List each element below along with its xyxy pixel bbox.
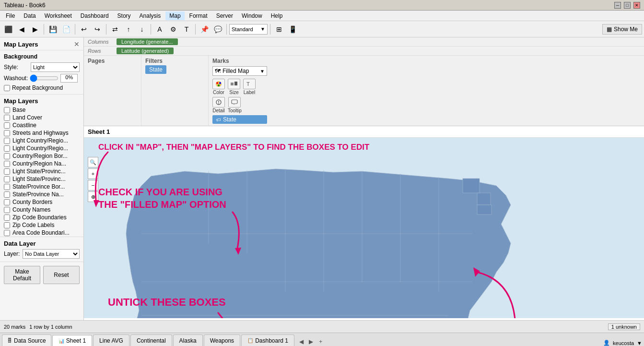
map-container[interactable]: 🔍 + − ⊕ [84,138,644,318]
new-btn[interactable]: ⬛ [2,23,14,36]
make-default-btn[interactable]: Make Default [4,266,40,284]
pan-btn[interactable]: ⊕ [88,191,98,202]
layer-item-zcl[interactable]: Zip Code Labels [0,221,83,229]
caption-btn[interactable]: 💬 [211,23,224,36]
menu-dashboard[interactable]: Dashboard [77,12,113,20]
longitude-pill[interactable]: Longitude (generate... [117,38,178,45]
tab-dashboard1[interactable]: 📋 Dashboard 1 [241,334,294,346]
save-btn[interactable]: 💾 [47,23,59,36]
maximize-btn[interactable]: □ [624,2,631,9]
layer-item-zcb[interactable]: Zip Code Boundaries [0,214,83,221]
minimize-btn[interactable]: ─ [614,2,621,9]
layer-checkbox-crb[interactable] [4,153,10,159]
layer-checkbox-zcb[interactable] [4,215,10,221]
layer-checkbox-streets[interactable] [4,130,10,136]
redo-btn[interactable]: ↪ [91,23,104,36]
layer-item-crb[interactable]: Country/Region Bor... [0,152,83,160]
back-btn[interactable]: ◀ [15,23,28,36]
layer-item-landcover[interactable]: Land Cover [0,114,83,121]
tab-prev-btn[interactable]: ◀ [297,337,306,346]
group-btn[interactable]: ⚙ [167,23,179,36]
tab-add-btn[interactable]: + [316,337,325,346]
forward-btn[interactable]: ▶ [29,23,41,36]
layer-item-spb[interactable]: State/Province Bor... [0,183,83,191]
menu-server[interactable]: Server [212,12,237,20]
sort-asc-btn[interactable]: ↑ [122,23,135,36]
menu-window[interactable]: Window [238,12,266,20]
menu-help[interactable]: Help [267,12,287,20]
state-marks-pill[interactable]: 🏷 State [212,115,267,124]
layer-item-base[interactable]: Base [0,106,83,114]
menu-analysis[interactable]: Analysis [136,12,165,20]
marks-color-btn[interactable]: Color [212,79,225,95]
layer-item-streets[interactable]: Streets and Highways [0,129,83,137]
layer-checkbox-cb[interactable] [4,199,10,205]
layer-item-spn[interactable]: State/Province Na... [0,191,83,198]
layer-item-lsp1[interactable]: Light State/Provinc... [0,167,83,175]
tab-next-btn[interactable]: ▶ [307,337,316,346]
undo-btn[interactable]: ↩ [78,23,90,36]
layer-checkbox-base[interactable] [4,107,10,113]
search-map-btn[interactable]: 🔍 [88,157,98,167]
layer-item-lcr2[interactable]: Light Country/Regio... [0,144,83,152]
swap-btn[interactable]: ⇄ [109,23,121,36]
view-select[interactable]: Standard ▼ [229,24,268,35]
layer-checkbox-lsp2[interactable] [4,176,10,182]
layer-checkbox-lsp1[interactable] [4,168,10,175]
layer-item-cn[interactable]: County Names [0,206,83,214]
marks-detail-btn[interactable]: Detail [212,97,225,113]
layer-checkbox-cn[interactable] [4,207,10,213]
tab-alaska[interactable]: Alaska [173,334,203,346]
layer-item-lsp2[interactable]: Light State/Provinc... [0,175,83,183]
tab-datasource[interactable]: 🗄 Data Source [2,334,51,346]
marks-tooltip-btn[interactable]: Tooltip [228,97,242,113]
layer-checkbox-landcover[interactable] [4,115,10,121]
tab-lineavg[interactable]: Line AVG [93,334,129,346]
layer-item-coastline[interactable]: Coastline [0,121,83,129]
layer-checkbox-spn[interactable] [4,191,10,198]
sort-desc-btn[interactable]: ↓ [136,23,148,36]
label-btn[interactable]: T [180,23,193,36]
device-btn[interactable]: 📱 [286,23,299,36]
tab-weapons[interactable]: Weapons [204,334,240,346]
layer-checkbox-acb[interactable] [4,230,10,236]
menu-format[interactable]: Format [186,12,211,20]
layer-item-acb[interactable]: Area Code Boundari... [0,229,83,237]
layer-checkbox-crn[interactable] [4,161,10,167]
menu-map[interactable]: Map [165,12,184,20]
layer-checkbox-coastline[interactable] [4,122,10,129]
highlight-btn[interactable]: A [153,23,166,36]
pin-btn[interactable]: 📌 [198,23,211,36]
close-btn[interactable]: ✕ [633,2,640,9]
latitude-pill[interactable]: Latitude (generated) [117,48,174,54]
layer-checkbox-lcr1[interactable] [4,138,10,144]
layer-item-crn[interactable]: Country/Region Na... [0,160,83,167]
repeat-bg-checkbox[interactable] [4,85,10,91]
style-select[interactable]: Light [31,62,80,72]
layer-item-lcr1[interactable]: Light Country/Regio... [0,137,83,144]
filter-state-pill[interactable]: State [145,65,166,74]
menu-story[interactable]: Story [114,12,135,20]
marks-type-select[interactable]: 🗺 Filled Map ▼ [212,66,267,76]
fix-size-btn[interactable]: ⊞ [273,23,285,36]
washout-slider[interactable] [30,74,59,82]
menu-worksheet[interactable]: Worksheet [41,12,76,20]
menu-file[interactable]: File [2,12,19,20]
marks-label-btn[interactable]: T Label [243,79,256,95]
layers-scroll[interactable]: Base Land Cover Coastline Streets and Hi… [0,106,83,237]
menu-data[interactable]: Data [20,12,39,20]
layer-checkbox-zcl[interactable] [4,222,10,228]
layer-checkbox-spb[interactable] [4,184,10,190]
zoom-in-btn[interactable]: + [88,168,98,179]
data-layer-select[interactable]: No Data Layer [23,249,80,259]
panel-close-btn[interactable]: ✕ [74,40,80,48]
zoom-out-btn[interactable]: − [88,180,98,191]
tab-continental[interactable]: Continental [130,334,172,346]
marks-size-btn[interactable]: Size [228,79,240,95]
new-sheet-btn[interactable]: 📄 [60,23,72,36]
show-me-btn[interactable]: ▦ Show Me [602,24,642,35]
layer-item-cb[interactable]: County Borders [0,198,83,206]
tab-sheet1[interactable]: 📊 Sheet 1 [52,335,92,346]
reset-btn[interactable]: Reset [43,266,80,284]
layer-checkbox-lcr2[interactable] [4,145,10,152]
